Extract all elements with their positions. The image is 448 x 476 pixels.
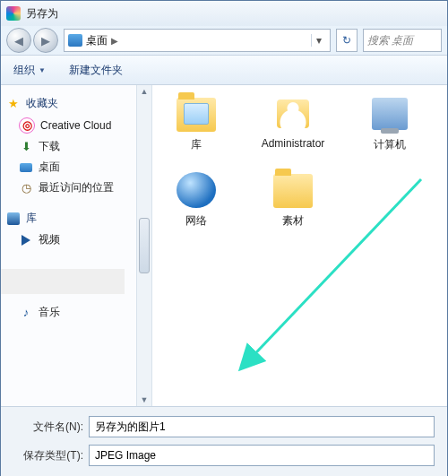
user-icon xyxy=(277,100,309,128)
videos-label: 视频 xyxy=(39,232,60,247)
content-item-libraries[interactable]: 库 xyxy=(161,94,231,152)
window-title: 另存为 xyxy=(26,6,58,22)
sidebar-item-desktop[interactable]: 桌面 xyxy=(4,157,148,177)
titlebar: 另存为 xyxy=(1,1,447,26)
desktop-icon xyxy=(19,160,33,175)
downloads-label: 下载 xyxy=(39,139,60,154)
sidebar-group-libraries[interactable]: 库 xyxy=(4,207,148,229)
folder-icon xyxy=(177,98,216,132)
arrow-left-icon: ◀ xyxy=(14,34,23,48)
download-icon: ⬇ xyxy=(19,140,33,154)
forward-button[interactable]: ▶ xyxy=(33,28,58,53)
new-folder-button[interactable]: 新建文件夹 xyxy=(64,60,128,81)
chevron-right-icon: ▶ xyxy=(111,36,118,46)
filetype-label: 保存类型(T): xyxy=(13,448,83,463)
item-label: 素材 xyxy=(282,213,304,229)
star-icon: ★ xyxy=(6,97,21,111)
toolbar: 组织 ▼ 新建文件夹 xyxy=(1,55,447,85)
recent-label: 最近访问的位置 xyxy=(39,180,114,195)
back-button[interactable]: ◀ xyxy=(6,28,31,53)
sidebar-item-downloads[interactable]: ⬇ 下载 xyxy=(4,136,148,157)
breadcrumb-dropdown[interactable]: ▾ xyxy=(311,34,326,47)
filename-label: 文件名(N): xyxy=(13,420,83,435)
search-placeholder: 搜索 桌面 xyxy=(367,33,413,48)
sidebar-group-favorites[interactable]: ★ 收藏夹 xyxy=(4,92,148,115)
sidebar-item-recent[interactable]: ◷ 最近访问的位置 xyxy=(4,177,148,198)
refresh-button[interactable]: ↻ xyxy=(336,29,358,52)
favorites-label: 收藏夹 xyxy=(26,96,58,111)
libraries-icon xyxy=(6,212,21,226)
content-item-computer[interactable]: 计算机 xyxy=(355,94,425,152)
creative-cloud-icon: ◎ xyxy=(19,117,35,134)
desktop-icon xyxy=(68,34,82,47)
libraries-label: 库 xyxy=(26,211,37,226)
item-label: 网络 xyxy=(185,213,207,229)
content-pane[interactable]: 库 Administrator 计算机 网络 素材 xyxy=(152,85,447,406)
app-icon xyxy=(6,6,21,21)
sidebar-item-music[interactable]: ♪ 音乐 xyxy=(4,302,148,323)
filetype-select[interactable]: JPEG Image xyxy=(89,445,435,466)
scroll-down-icon: ▼ xyxy=(141,395,149,404)
breadcrumb[interactable]: 桌面 ▶ ▾ xyxy=(64,29,331,52)
item-label: 计算机 xyxy=(374,137,406,152)
video-icon xyxy=(19,233,33,247)
breadcrumb-root: 桌面 xyxy=(86,33,108,48)
music-label: 音乐 xyxy=(39,305,60,320)
sidebar-scrollbar[interactable]: ▲ ▼ xyxy=(136,85,151,406)
search-input[interactable]: 搜索 桌面 xyxy=(363,29,442,52)
globe-icon xyxy=(177,172,216,208)
sidebar: ★ 收藏夹 ◎ Creative Cloud ⬇ 下载 桌面 ◷ 最近访问的位置 xyxy=(1,85,152,406)
refresh-icon: ↻ xyxy=(342,34,351,47)
computer-icon xyxy=(372,98,408,130)
sidebar-item-creative-cloud[interactable]: ◎ Creative Cloud xyxy=(4,115,148,136)
item-label: 库 xyxy=(191,137,202,152)
organize-button[interactable]: 组织 ▼ xyxy=(8,60,51,81)
folder-icon xyxy=(273,174,313,208)
new-folder-label: 新建文件夹 xyxy=(69,63,123,78)
item-label: Administrator xyxy=(262,137,325,150)
recent-icon: ◷ xyxy=(19,181,33,195)
creative-cloud-label: Creative Cloud xyxy=(40,119,111,132)
content-item-administrator[interactable]: Administrator xyxy=(258,94,328,152)
content-item-network[interactable]: 网络 xyxy=(161,170,231,229)
dialog-body: ★ 收藏夹 ◎ Creative Cloud ⬇ 下载 桌面 ◷ 最近访问的位置 xyxy=(1,85,447,407)
scrollbar-thumb[interactable] xyxy=(139,218,150,273)
filename-input[interactable]: 另存为的图片1 xyxy=(89,416,435,437)
desktop-label: 桌面 xyxy=(39,160,60,175)
filetype-value: JPEG Image xyxy=(95,449,156,462)
arrow-right-icon: ▶ xyxy=(41,34,50,48)
organize-label: 组织 xyxy=(13,63,35,78)
nav-row: ◀ ▶ 桌面 ▶ ▾ ↻ 搜索 桌面 xyxy=(1,26,447,55)
filename-value: 另存为的图片1 xyxy=(95,420,166,435)
save-as-dialog: 另存为 ◀ ▶ 桌面 ▶ ▾ ↻ 搜索 桌面 组织 ▼ xyxy=(0,0,448,476)
save-form: 文件名(N): 另存为的图片1 保存类型(T): JPEG Image xyxy=(1,407,447,476)
scroll-up-icon: ▲ xyxy=(141,87,149,96)
music-icon: ♪ xyxy=(19,306,33,320)
content-item-sucai[interactable]: 素材 xyxy=(258,170,328,229)
chevron-down-icon: ▼ xyxy=(39,66,46,74)
sidebar-item-videos[interactable]: 视频 xyxy=(4,229,148,250)
redacted-block xyxy=(1,269,125,294)
